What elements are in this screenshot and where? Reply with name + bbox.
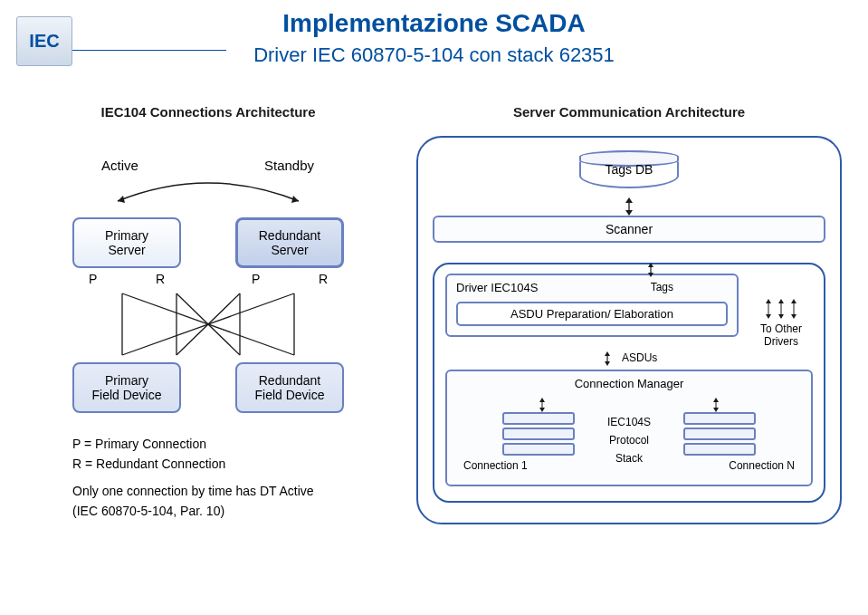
asdus-label: ASDUs [622, 351, 657, 364]
svg-marker-29 [539, 398, 545, 402]
svg-marker-26 [605, 351, 610, 356]
failover-arc-icon [109, 174, 308, 205]
field-device-row: Primary Field Device Redundant Field Dev… [36, 362, 380, 413]
driver-title: Driver IEC104S [456, 281, 728, 294]
svg-marker-27 [605, 361, 610, 366]
stack-label-2: Protocol [609, 432, 649, 448]
svg-marker-23 [791, 299, 796, 303]
page-title: Implementazione SCADA [0, 9, 868, 38]
left-architecture: IEC104 Connections Architecture Active S… [36, 104, 380, 524]
redundant-server-l2: Server [271, 243, 308, 257]
stack-layer [683, 428, 756, 440]
right-heading: Server Communication Architecture [416, 104, 842, 120]
primary-server-l2: Server [108, 243, 145, 257]
primary-field-device-box: Primary Field Device [72, 362, 181, 413]
driver-bubble: Driver IEC104S Tags ASDU Preparation/ El… [433, 263, 825, 503]
page-subtitle: Driver IEC 60870-5-104 con stack 62351 [0, 43, 868, 67]
driver-iec104s-box: Driver IEC104S Tags ASDU Preparation/ El… [445, 274, 739, 337]
bidir-arrow-icon [764, 299, 773, 319]
legend-r: R = Redundant Connection [72, 456, 380, 471]
tags-db-cylinder: Tags DB [579, 150, 679, 188]
legend-block: P = Primary Connection R = Redundant Con… [36, 437, 380, 518]
svg-marker-18 [766, 314, 771, 319]
to-other-label: To Other Drivers [760, 322, 802, 348]
scanner-box: Scanner [433, 216, 825, 243]
bidir-arrow-icon [711, 398, 721, 412]
svg-marker-21 [778, 314, 784, 319]
redundant-field-l1: Redundant [259, 373, 321, 388]
connection-1-label: Connection 1 [463, 459, 528, 472]
note-line1: Only one connection by time has DT Activ… [72, 484, 380, 498]
asdu-prep-box: ASDU Preparation/ Elaboration [456, 302, 728, 326]
server-row: Primary Server Redundant Server [36, 217, 380, 268]
tags-db-label: Tags DB [606, 162, 653, 177]
stack-layer [683, 443, 756, 456]
left-heading: IEC104 Connections Architecture [36, 104, 380, 120]
p-label: P [252, 272, 260, 286]
server-bubble: Tags DB Scanner Driver IEC104S Tags ASDU… [416, 136, 842, 524]
connection-manager-box: Connection Manager [445, 370, 813, 486]
svg-marker-1 [291, 196, 299, 203]
r-label: R [319, 272, 328, 286]
p-label: P [89, 272, 97, 286]
r-label: R [156, 272, 165, 286]
primary-field-l1: Primary [105, 373, 148, 388]
cross-connections-icon [72, 288, 344, 360]
connection-n-label: Connection N [729, 459, 795, 472]
svg-marker-14 [648, 263, 653, 267]
bidir-arrow-icon [623, 197, 635, 216]
svg-marker-32 [713, 398, 719, 402]
redundant-field-device-box: Redundant Field Device [235, 362, 344, 413]
stack-label-3: Stack [615, 450, 643, 466]
svg-marker-17 [766, 299, 771, 303]
svg-marker-11 [625, 197, 633, 203]
svg-marker-0 [118, 196, 125, 203]
svg-marker-20 [778, 299, 784, 303]
protocol-stack-1 [502, 412, 575, 456]
protocol-stack-n [683, 412, 756, 456]
note-line2: (IEC 60870-5-104, Par. 10) [72, 504, 380, 518]
svg-marker-24 [791, 314, 796, 319]
redundant-server-box: Redundant Server [235, 217, 344, 268]
redundant-field-l2: Field Device [254, 388, 324, 402]
primary-server-box: Primary Server [72, 217, 181, 268]
stack-label-1: IEC104S [607, 414, 651, 430]
bidir-arrow-icon [601, 351, 614, 366]
primary-field-l2: Field Device [91, 388, 161, 402]
bidir-arrow-icon [789, 299, 798, 319]
active-label: Active [101, 158, 138, 173]
title-block: Implementazione SCADA Driver IEC 60870-5… [0, 9, 868, 67]
bidir-arrow-icon [644, 263, 657, 277]
stack-layer [683, 412, 756, 425]
right-architecture: Server Communication Architecture Tags D… [416, 104, 842, 524]
pr-labels-top: P R P R [36, 272, 380, 286]
bidir-arrow-icon [537, 398, 548, 412]
standby-label: Standby [264, 158, 314, 173]
stack-layer [502, 443, 575, 456]
svg-marker-15 [648, 273, 653, 277]
connection-manager-title: Connection Manager [456, 377, 802, 390]
stack-layer [502, 412, 575, 425]
to-other-drivers: To Other Drivers [749, 274, 813, 348]
tags-label: Tags [651, 281, 673, 293]
active-standby-row: Active Standby [36, 154, 380, 190]
legend-p: P = Primary Connection [72, 437, 380, 451]
primary-server-l1: Primary [105, 228, 148, 243]
redundant-server-l1: Redundant [259, 228, 321, 243]
stack-layer [502, 428, 575, 440]
bidir-arrow-icon [777, 299, 786, 319]
